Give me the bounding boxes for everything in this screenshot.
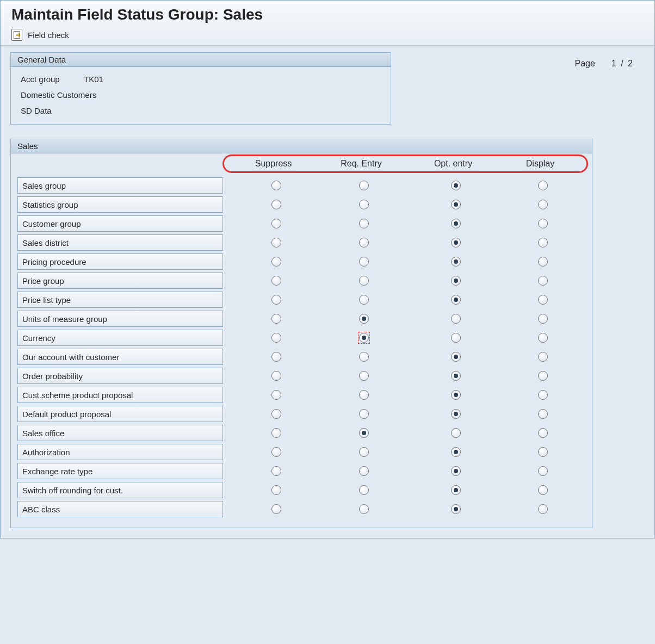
radio-option[interactable] [451, 485, 461, 495]
radio-option[interactable] [451, 200, 461, 209]
radio-option[interactable] [538, 257, 548, 267]
radio-option[interactable] [359, 295, 369, 305]
radio-option[interactable] [538, 428, 548, 438]
sales-header: Sales [11, 139, 592, 153]
page-total: 2 [628, 59, 634, 68]
radio-option[interactable] [538, 504, 548, 514]
general-data-body: Acct group TK01 Domestic Customers SD Da… [11, 67, 391, 124]
radio-option[interactable] [451, 295, 461, 305]
radio-cell [410, 253, 502, 270]
radio-cell [502, 273, 584, 289]
radio-option[interactable] [538, 314, 548, 324]
radio-option[interactable] [359, 333, 369, 343]
radio-option[interactable] [359, 352, 369, 362]
radio-option[interactable] [359, 390, 369, 400]
radio-option[interactable] [271, 371, 281, 381]
radio-cell [318, 444, 410, 460]
radio-cell [410, 177, 502, 194]
radio-option[interactable] [538, 371, 548, 381]
radio-option[interactable] [359, 257, 369, 267]
radio-option[interactable] [451, 466, 461, 476]
field-label: Pricing procedure [17, 253, 223, 270]
radio-option[interactable] [359, 238, 369, 247]
radio-option[interactable] [359, 409, 369, 419]
radio-option[interactable] [451, 276, 461, 286]
radio-option[interactable] [538, 409, 548, 419]
radio-option[interactable] [538, 181, 548, 190]
radio-option[interactable] [271, 428, 281, 438]
radio-cell [318, 215, 410, 232]
radio-option[interactable] [451, 409, 461, 419]
radio-option[interactable] [271, 257, 281, 267]
radio-option[interactable] [271, 219, 281, 228]
radio-option[interactable] [271, 352, 281, 362]
radio-option[interactable] [538, 447, 548, 457]
radio-option[interactable] [538, 238, 548, 247]
radio-cell [318, 482, 410, 498]
radio-option[interactable] [271, 333, 281, 343]
field-label: Statistics group [17, 196, 223, 213]
radio-option[interactable] [538, 466, 548, 476]
radio-option[interactable] [538, 352, 548, 362]
radio-option[interactable] [359, 200, 369, 209]
radio-option[interactable] [271, 295, 281, 305]
sales-grid: SuppressReq. EntryOpt. entryDisplaySales… [11, 153, 592, 528]
radio-option[interactable] [451, 447, 461, 457]
radio-option[interactable] [271, 238, 281, 247]
page-current: 1 [611, 59, 617, 68]
radio-cell [318, 463, 410, 479]
field-check-button[interactable]: Field check [11, 29, 69, 41]
radio-option[interactable] [451, 504, 461, 514]
radio-option[interactable] [451, 371, 461, 381]
radio-option[interactable] [538, 485, 548, 495]
radio-cell [502, 349, 584, 365]
radio-option[interactable] [271, 314, 281, 324]
acct-group-row: Acct group TK01 [21, 75, 381, 84]
radio-cell [318, 292, 410, 308]
radio-option[interactable] [359, 371, 369, 381]
radio-option[interactable] [271, 485, 281, 495]
radio-option[interactable] [538, 200, 548, 209]
radio-option[interactable] [359, 466, 369, 476]
radio-option[interactable] [538, 295, 548, 305]
radio-option[interactable] [359, 447, 369, 457]
radio-option[interactable] [451, 390, 461, 400]
radio-option[interactable] [451, 314, 461, 324]
radio-option[interactable] [271, 409, 281, 419]
general-data-header: General Data [11, 53, 391, 67]
radio-option[interactable] [271, 390, 281, 400]
radio-option[interactable] [538, 390, 548, 400]
radio-option[interactable] [451, 257, 461, 267]
radio-cell [410, 368, 502, 384]
radio-cell [318, 273, 410, 289]
radio-option[interactable] [271, 181, 281, 190]
radio-option[interactable] [359, 219, 369, 228]
radio-cell [318, 349, 410, 365]
radio-option[interactable] [271, 466, 281, 476]
radio-option[interactable] [538, 219, 548, 228]
radio-option[interactable] [451, 238, 461, 247]
radio-cell [410, 273, 502, 289]
field-label: ABC class [17, 501, 223, 517]
field-label: Default product proposal [17, 406, 223, 422]
radio-option[interactable] [451, 352, 461, 362]
radio-option[interactable] [271, 504, 281, 514]
radio-option[interactable] [271, 447, 281, 457]
radio-option[interactable] [451, 181, 461, 190]
radio-option[interactable] [451, 219, 461, 228]
field-label: Price group [17, 273, 223, 289]
radio-option[interactable] [451, 333, 461, 343]
radio-option[interactable] [271, 276, 281, 286]
radio-option[interactable] [359, 504, 369, 514]
radio-option[interactable] [359, 314, 369, 324]
radio-option[interactable] [538, 333, 548, 343]
sd-data-label: SD Data [21, 106, 52, 115]
radio-cell [234, 463, 318, 479]
radio-option[interactable] [538, 276, 548, 286]
radio-option[interactable] [359, 276, 369, 286]
radio-option[interactable] [359, 428, 369, 438]
radio-option[interactable] [359, 181, 369, 190]
radio-option[interactable] [271, 200, 281, 209]
radio-option[interactable] [451, 428, 461, 438]
radio-option[interactable] [359, 485, 369, 495]
